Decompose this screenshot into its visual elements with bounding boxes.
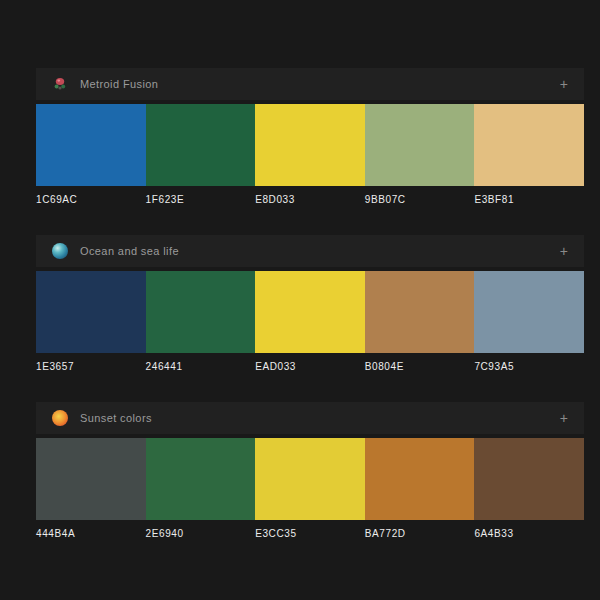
hex-code-label: E3BF81 [474,194,584,205]
hex-label-row: 1E3657 246441 EAD033 B0804E 7C93A5 [36,361,584,372]
hex-code-label: E3CC35 [255,528,365,539]
add-palette-button[interactable]: + [558,244,570,258]
color-swatch[interactable] [146,438,256,520]
hex-code-label: 6A4B33 [474,528,584,539]
ocean-globe-icon [52,243,68,259]
palette-title: Ocean and sea life [80,245,558,257]
add-palette-button[interactable]: + [558,411,570,425]
hex-code-label: 1E3657 [36,361,146,372]
hex-code-label: 444B4A [36,528,146,539]
swatch-row [36,438,584,520]
hex-code-label: EAD033 [255,361,365,372]
sunset-sun-icon [52,410,68,426]
color-swatch[interactable] [255,271,365,353]
hex-code-label: 7C93A5 [474,361,584,372]
color-swatch[interactable] [474,271,584,353]
color-swatch[interactable] [146,271,256,353]
hex-code-label: 2E6940 [146,528,256,539]
color-swatch[interactable] [36,271,146,353]
palette-card-metroid-fusion: Metroid Fusion + 1C69AC 1F623E E8D033 9B… [36,68,584,205]
palette-card-sunset-colors: Sunset colors + 444B4A 2E6940 E3CC35 BA7… [36,402,584,539]
palette-header: Sunset colors + [36,402,584,434]
color-swatch[interactable] [365,104,475,186]
hex-code-label: 1F623E [146,194,256,205]
color-swatch[interactable] [365,438,475,520]
color-swatch[interactable] [474,104,584,186]
palette-title: Sunset colors [80,412,558,424]
palette-card-ocean-and-sea-life: Ocean and sea life + 1E3657 246441 EAD03… [36,235,584,372]
hex-label-row: 1C69AC 1F623E E8D033 9BB07C E3BF81 [36,194,584,205]
hex-code-label: BA772D [365,528,475,539]
hex-code-label: 246441 [146,361,256,372]
hex-code-label: 1C69AC [36,194,146,205]
color-swatch[interactable] [36,438,146,520]
hex-code-label: 9BB07C [365,194,475,205]
hex-code-label: E8D033 [255,194,365,205]
hex-label-row: 444B4A 2E6940 E3CC35 BA772D 6A4B33 [36,528,584,539]
hex-code-label: B0804E [365,361,475,372]
add-palette-button[interactable]: + [558,77,570,91]
color-swatch[interactable] [146,104,256,186]
swatch-row [36,104,584,186]
palette-header: Ocean and sea life + [36,235,584,267]
palette-header: Metroid Fusion + [36,68,584,100]
palette-list: Metroid Fusion + 1C69AC 1F623E E8D033 9B… [0,0,600,539]
color-swatch[interactable] [365,271,475,353]
color-swatch[interactable] [474,438,584,520]
swatch-row [36,271,584,353]
metroid-sprite-icon [52,76,68,92]
color-swatch[interactable] [36,104,146,186]
color-swatch[interactable] [255,438,365,520]
palette-title: Metroid Fusion [80,78,558,90]
color-swatch[interactable] [255,104,365,186]
